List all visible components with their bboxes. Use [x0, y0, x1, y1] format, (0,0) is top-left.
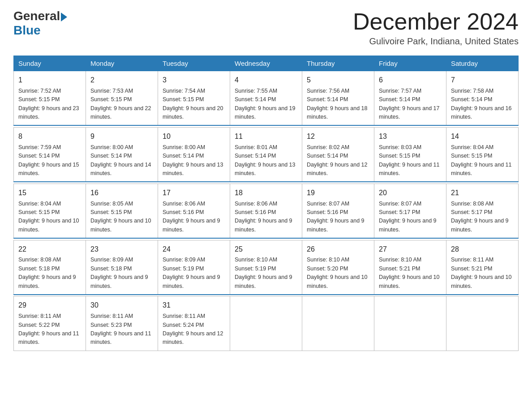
weekday-header-saturday: Saturday: [446, 56, 519, 71]
daylight-text: Daylight: 9 hours and 17 minutes.: [379, 105, 440, 120]
sunset-text: Sunset: 5:17 PM: [451, 209, 492, 215]
daylight-text: Daylight: 9 hours and 9 minutes.: [451, 218, 509, 232]
sunrise-text: Sunrise: 8:04 AM: [451, 144, 493, 150]
day-number: 26: [307, 244, 369, 255]
daylight-text: Daylight: 9 hours and 10 minutes.: [18, 218, 79, 232]
day-number: 30: [90, 300, 153, 311]
sunrise-text: Sunrise: 8:00 AM: [163, 144, 205, 150]
sunset-text: Sunset: 5:15 PM: [18, 209, 60, 215]
day-number: 15: [18, 188, 81, 199]
calendar-cell: 31 Sunrise: 8:11 AM Sunset: 5:24 PM Dayl…: [158, 296, 230, 351]
sunrise-text: Sunrise: 8:01 AM: [235, 144, 277, 150]
weekday-header-tuesday: Tuesday: [158, 56, 230, 71]
day-number: 6: [379, 75, 442, 86]
calendar-cell: 5 Sunrise: 7:56 AM Sunset: 5:14 PM Dayli…: [302, 71, 374, 126]
daylight-text: Daylight: 9 hours and 19 minutes.: [235, 105, 296, 120]
sunrise-text: Sunrise: 8:09 AM: [163, 257, 205, 263]
calendar-cell: 2 Sunrise: 7:53 AM Sunset: 5:15 PM Dayli…: [86, 71, 158, 126]
sunset-text: Sunset: 5:14 PM: [235, 153, 276, 159]
sunrise-text: Sunrise: 7:55 AM: [235, 88, 277, 94]
calendar-cell: 12 Sunrise: 8:02 AM Sunset: 5:14 PM Dayl…: [302, 127, 374, 182]
calendar-cell: 25 Sunrise: 8:10 AM Sunset: 5:19 PM Dayl…: [230, 240, 302, 295]
day-number: 27: [379, 244, 442, 255]
sunrise-text: Sunrise: 8:10 AM: [379, 257, 421, 263]
day-number: 16: [90, 188, 153, 199]
sunset-text: Sunset: 5:15 PM: [18, 96, 60, 103]
daylight-text: Daylight: 9 hours and 10 minutes.: [379, 274, 440, 289]
sunset-text: Sunset: 5:19 PM: [235, 265, 276, 272]
daylight-text: Daylight: 9 hours and 9 minutes.: [163, 218, 220, 232]
weekday-header-sunday: Sunday: [14, 56, 86, 71]
calendar-cell: 18 Sunrise: 8:06 AM Sunset: 5:16 PM Dayl…: [230, 184, 302, 238]
sunset-text: Sunset: 5:22 PM: [18, 322, 60, 328]
weekday-header-monday: Monday: [86, 56, 158, 71]
sunset-text: Sunset: 5:14 PM: [451, 96, 492, 103]
week-row-3: 15 Sunrise: 8:04 AM Sunset: 5:15 PM Dayl…: [14, 184, 519, 238]
day-number: 14: [451, 131, 514, 142]
calendar-cell: 20 Sunrise: 8:07 AM Sunset: 5:17 PM Dayl…: [374, 184, 446, 238]
sunrise-text: Sunrise: 8:07 AM: [307, 201, 349, 207]
sunset-text: Sunset: 5:15 PM: [90, 96, 132, 103]
calendar-cell: [302, 296, 374, 351]
daylight-text: Daylight: 9 hours and 10 minutes.: [90, 218, 151, 232]
day-number: 10: [163, 131, 225, 142]
calendar-cell: 11 Sunrise: 8:01 AM Sunset: 5:14 PM Dayl…: [230, 127, 302, 182]
daylight-text: Daylight: 9 hours and 9 minutes.: [235, 218, 292, 232]
day-number: 24: [163, 244, 225, 255]
calendar-cell: 22 Sunrise: 8:08 AM Sunset: 5:18 PM Dayl…: [14, 240, 86, 295]
day-number: 2: [90, 75, 153, 86]
week-row-5: 29 Sunrise: 8:11 AM Sunset: 5:22 PM Dayl…: [14, 296, 519, 351]
daylight-text: Daylight: 9 hours and 11 minutes.: [90, 330, 151, 345]
calendar-table: SundayMondayTuesdayWednesdayThursdayFrid…: [13, 56, 519, 351]
calendar-cell: 26 Sunrise: 8:10 AM Sunset: 5:20 PM Dayl…: [302, 240, 374, 295]
daylight-text: Daylight: 9 hours and 22 minutes.: [90, 105, 151, 120]
sunset-text: Sunset: 5:15 PM: [90, 209, 132, 215]
daylight-text: Daylight: 9 hours and 16 minutes.: [451, 105, 512, 120]
sunset-text: Sunset: 5:14 PM: [235, 96, 276, 103]
sunset-text: Sunset: 5:16 PM: [163, 209, 204, 215]
day-number: 3: [163, 75, 225, 86]
sunrise-text: Sunrise: 7:53 AM: [90, 88, 133, 94]
sunrise-text: Sunrise: 7:59 AM: [18, 144, 61, 150]
sunset-text: Sunset: 5:16 PM: [307, 209, 348, 215]
calendar-cell: [230, 296, 302, 351]
calendar-cell: 1 Sunrise: 7:52 AM Sunset: 5:15 PM Dayli…: [14, 71, 86, 126]
sunrise-text: Sunrise: 8:04 AM: [18, 201, 61, 207]
calendar-cell: 6 Sunrise: 7:57 AM Sunset: 5:14 PM Dayli…: [374, 71, 446, 126]
calendar-cell: 23 Sunrise: 8:09 AM Sunset: 5:18 PM Dayl…: [86, 240, 158, 295]
sunrise-text: Sunrise: 8:09 AM: [90, 257, 133, 263]
day-number: 31: [163, 300, 225, 311]
daylight-text: Daylight: 9 hours and 15 minutes.: [18, 162, 79, 176]
daylight-text: Daylight: 9 hours and 12 minutes.: [307, 162, 368, 176]
sunrise-text: Sunrise: 8:11 AM: [163, 313, 205, 319]
sunset-text: Sunset: 5:21 PM: [379, 265, 420, 272]
sunrise-text: Sunrise: 8:10 AM: [307, 257, 349, 263]
sunset-text: Sunset: 5:18 PM: [90, 265, 132, 272]
daylight-text: Daylight: 9 hours and 10 minutes.: [451, 274, 512, 289]
location-text: Gulivoire Park, Indiana, United States: [353, 36, 519, 47]
sunrise-text: Sunrise: 8:00 AM: [90, 144, 133, 150]
day-number: 8: [18, 131, 81, 142]
logo: General Blue: [13, 9, 67, 38]
sunset-text: Sunset: 5:14 PM: [307, 96, 348, 103]
sunrise-text: Sunrise: 8:11 AM: [451, 257, 493, 263]
sunrise-text: Sunrise: 7:52 AM: [18, 88, 61, 94]
calendar-cell: [374, 296, 446, 351]
sunset-text: Sunset: 5:14 PM: [90, 153, 132, 159]
calendar-cell: 28 Sunrise: 8:11 AM Sunset: 5:21 PM Dayl…: [446, 240, 519, 295]
sunrise-text: Sunrise: 8:05 AM: [90, 201, 133, 207]
day-number: 12: [307, 131, 369, 142]
calendar-cell: 27 Sunrise: 8:10 AM Sunset: 5:21 PM Dayl…: [374, 240, 446, 295]
sunset-text: Sunset: 5:19 PM: [163, 265, 204, 272]
weekday-header-wednesday: Wednesday: [230, 56, 302, 71]
sunset-text: Sunset: 5:20 PM: [307, 265, 348, 272]
sunrise-text: Sunrise: 7:58 AM: [451, 88, 493, 94]
logo-blue-text: Blue: [13, 23, 41, 38]
week-row-2: 8 Sunrise: 7:59 AM Sunset: 5:14 PM Dayli…: [14, 127, 519, 182]
day-number: 1: [18, 75, 81, 86]
daylight-text: Daylight: 9 hours and 9 minutes.: [90, 274, 148, 289]
weekday-header-row: SundayMondayTuesdayWednesdayThursdayFrid…: [14, 56, 519, 71]
daylight-text: Daylight: 9 hours and 18 minutes.: [307, 105, 368, 120]
day-number: 4: [235, 75, 297, 86]
sunrise-text: Sunrise: 8:10 AM: [235, 257, 277, 263]
